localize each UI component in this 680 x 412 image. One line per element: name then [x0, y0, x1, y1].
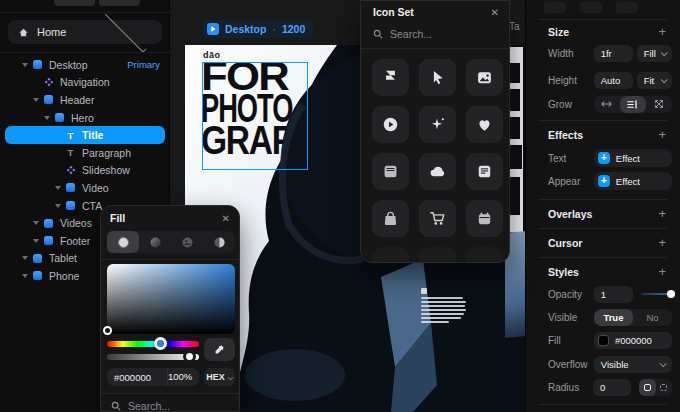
layer-row-hero[interactable]: Hero	[0, 109, 170, 127]
close-icon[interactable]: ✕	[222, 213, 230, 224]
icon-tile-clipped[interactable]	[372, 247, 409, 263]
caret-down-icon[interactable]	[20, 274, 30, 278]
layer-row-title[interactable]: TTitle	[0, 126, 170, 144]
layer-row-desktop[interactable]: DesktopPrimary	[0, 56, 170, 74]
fill-search-field[interactable]: Search...	[111, 400, 170, 412]
frame-name[interactable]: Desktop	[225, 23, 266, 35]
visible-label: Visible	[548, 312, 594, 323]
appear-effect-button[interactable]: + Effect	[594, 172, 672, 190]
width-mode-dropdown[interactable]: Fill	[637, 45, 672, 62]
search-icon	[111, 401, 121, 411]
hex-input[interactable]: #000000	[107, 372, 167, 383]
icon-tile-sparkle[interactable]	[419, 106, 456, 143]
home-icon	[18, 27, 29, 38]
layer-row-video[interactable]: Video	[0, 179, 170, 197]
text-effect-button[interactable]: + Effect	[594, 149, 672, 167]
hue-slider[interactable]	[107, 341, 199, 347]
icon-tile-clipped[interactable]	[466, 247, 503, 263]
frame-icon	[41, 95, 56, 104]
tab-blend-fill[interactable]	[203, 231, 235, 253]
add-size-button[interactable]: +	[658, 24, 666, 39]
icon-search-field[interactable]: Search...	[373, 28, 432, 40]
icon-tile-clipped[interactable]	[419, 247, 456, 263]
opacity-slider[interactable]	[641, 293, 672, 295]
color-swatch[interactable]	[598, 335, 609, 346]
overflow-dropdown[interactable]: Visible	[594, 356, 672, 373]
icon-tile-cursor[interactable]	[419, 59, 456, 96]
icon-tile-calendar[interactable]	[466, 200, 503, 237]
radius-mode-toggle	[639, 379, 672, 396]
selection-outline[interactable]	[202, 62, 308, 170]
caret-down-icon[interactable]	[42, 116, 52, 120]
eyedropper-button[interactable]	[204, 338, 235, 361]
alpha-slider-knob[interactable]	[183, 350, 196, 363]
page-selector[interactable]: Home	[8, 20, 162, 44]
tab-image-fill[interactable]	[171, 231, 203, 253]
height-mode-dropdown[interactable]: Fit	[637, 72, 672, 89]
caret-down-icon[interactable]	[53, 204, 63, 208]
layer-row-paragraph[interactable]: TParagraph	[0, 144, 170, 162]
visible-toggle: True No	[594, 309, 672, 326]
frame-icon	[63, 201, 78, 210]
caret-down-icon[interactable]	[31, 98, 41, 102]
frame-breadcrumb[interactable]: Desktop · 1200	[203, 20, 313, 38]
grow-options	[594, 96, 672, 113]
calendar-icon	[476, 210, 493, 227]
close-icon[interactable]: ✕	[491, 7, 499, 18]
tablet-frame-label[interactable]: Ta	[509, 21, 520, 32]
grow-free-button[interactable]	[646, 96, 672, 113]
cloud-icon	[429, 163, 446, 180]
radius-uniform-button[interactable]	[639, 379, 655, 396]
bag-icon	[382, 210, 399, 227]
alpha-input[interactable]: 100%	[167, 368, 199, 386]
add-effect-button[interactable]: +	[658, 127, 666, 142]
radius-input[interactable]: 0	[593, 379, 632, 396]
cursor-title: Cursor	[548, 237, 582, 249]
icon-tile-cloud[interactable]	[419, 153, 456, 190]
layer-row-navigation[interactable]: Navigation	[0, 74, 170, 92]
grow-fill-button[interactable]	[620, 96, 646, 113]
opacity-slider-knob[interactable]	[667, 290, 675, 298]
sv-picker-knob[interactable]	[103, 326, 112, 335]
caret-down-icon[interactable]	[53, 186, 63, 190]
window-icon	[382, 163, 399, 180]
icon-tile-cart[interactable]	[419, 200, 456, 237]
component-icon	[63, 165, 78, 175]
icon-tile-framer[interactable]	[372, 59, 409, 96]
icon-search-placeholder: Search...	[390, 28, 432, 40]
radius-individual-button[interactable]	[656, 379, 672, 396]
opacity-input[interactable]: 1	[594, 286, 633, 303]
sidebar-tabbar-clipped[interactable]	[54, 0, 140, 6]
icon-tile-image[interactable]	[466, 59, 503, 96]
caret-down-icon[interactable]	[31, 239, 41, 243]
color-format-dropdown[interactable]: HEX	[204, 368, 235, 386]
hue-slider-knob[interactable]	[154, 337, 167, 350]
tab-gradient-fill[interactable]	[139, 231, 171, 253]
caret-down-icon[interactable]	[20, 63, 30, 67]
grow-horizontal-button[interactable]	[594, 96, 620, 113]
icon-tile-window[interactable]	[372, 153, 409, 190]
add-overlay-button[interactable]: +	[658, 206, 666, 221]
icon-tile-play[interactable]	[372, 106, 409, 143]
caret-down-icon[interactable]	[20, 256, 30, 260]
width-input[interactable]: 1fr	[594, 45, 633, 62]
visible-no-button[interactable]: No	[633, 309, 672, 326]
plus-icon: +	[598, 152, 610, 164]
tab-solid-fill[interactable]	[107, 231, 139, 253]
saturation-value-picker[interactable]	[107, 264, 235, 334]
height-input[interactable]: Auto	[594, 72, 633, 89]
icon-tile-heart[interactable]	[466, 106, 503, 143]
icon-tile-notes[interactable]	[466, 153, 503, 190]
fill-color-input[interactable]: #000000	[594, 332, 672, 349]
add-style-button[interactable]: +	[658, 264, 666, 279]
visible-true-button[interactable]: True	[594, 309, 633, 326]
icon-tile-bag[interactable]	[372, 200, 409, 237]
layer-row-slideshow[interactable]: Slideshow	[0, 162, 170, 180]
layer-row-header[interactable]: Header	[0, 91, 170, 109]
add-cursor-button[interactable]: +	[658, 235, 666, 250]
caret-down-icon[interactable]	[31, 221, 41, 225]
styles-section-header: Styles +	[548, 264, 666, 279]
layer-label: Video	[82, 182, 109, 194]
width-label: Width	[548, 48, 594, 59]
icon-grid	[372, 59, 503, 263]
